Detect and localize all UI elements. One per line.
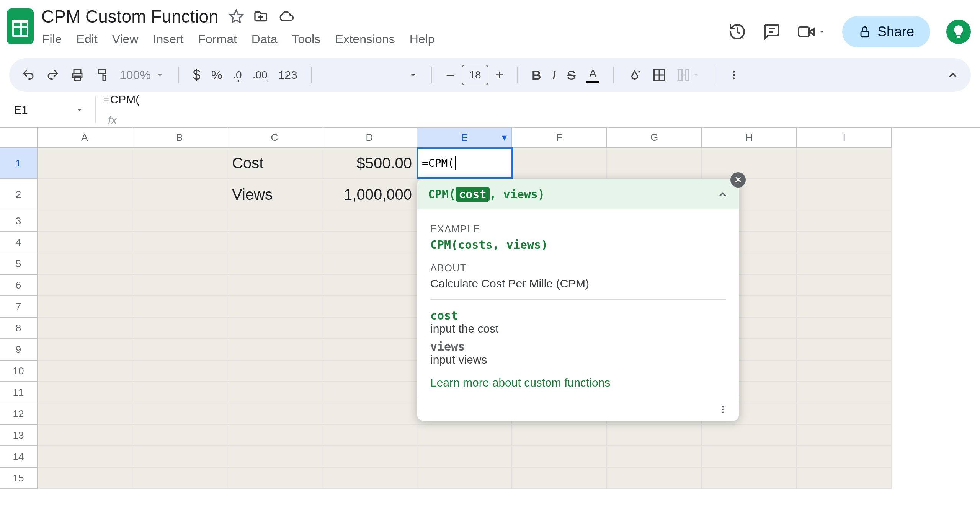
meet-icon[interactable] <box>797 23 826 41</box>
cell-i1[interactable] <box>797 148 892 179</box>
cell-d1[interactable]: $500.00 <box>322 148 417 179</box>
font-size-input[interactable]: 18 <box>462 65 488 85</box>
history-icon[interactable] <box>728 23 746 41</box>
comment-icon[interactable] <box>763 23 781 41</box>
row-header-7[interactable]: 7 <box>0 296 38 318</box>
increase-decimal-button[interactable]: .00→ <box>253 69 268 81</box>
col-header-h[interactable]: H <box>702 128 797 148</box>
cell-a2[interactable] <box>38 179 132 210</box>
account-avatar[interactable] <box>946 20 971 44</box>
undo-icon[interactable] <box>21 68 35 82</box>
move-icon[interactable] <box>253 9 268 24</box>
share-button[interactable]: Share <box>842 16 930 47</box>
cloud-status-icon[interactable] <box>278 8 294 25</box>
paint-format-icon[interactable] <box>95 68 109 82</box>
row-header-8[interactable]: 8 <box>0 318 38 339</box>
italic-button[interactable]: I <box>552 68 556 82</box>
document-title[interactable]: CPM Custom Function <box>41 5 219 28</box>
function-help-tooltip: ✕ CPM(cost, views) EXAMPLE CPM(costs, vi… <box>417 179 739 421</box>
row-header-15[interactable]: 15 <box>0 468 38 489</box>
row-header-9[interactable]: 9 <box>0 339 38 361</box>
more-toolbar-icon[interactable] <box>728 69 740 81</box>
cell-g1[interactable] <box>607 148 702 179</box>
row-header-3[interactable]: 3 <box>0 210 38 232</box>
learn-more-link[interactable]: Learn more about custom functions <box>430 376 726 389</box>
decrease-font-button[interactable]: − <box>446 67 455 84</box>
cell-h1[interactable] <box>702 148 797 179</box>
row-header-5[interactable]: 5 <box>0 253 38 275</box>
menu-insert[interactable]: Insert <box>153 32 183 46</box>
strikethrough-button[interactable]: S <box>567 68 576 83</box>
bold-button[interactable]: B <box>532 68 541 83</box>
row-header-6[interactable]: 6 <box>0 275 38 296</box>
col-header-i[interactable]: I <box>797 128 892 148</box>
menu-file[interactable]: File <box>42 32 62 46</box>
select-all-corner[interactable] <box>0 128 38 148</box>
cell-a1[interactable] <box>38 148 132 179</box>
print-icon[interactable] <box>70 68 84 82</box>
col-header-f[interactable]: F <box>512 128 607 148</box>
row-header-11[interactable]: 11 <box>0 382 38 403</box>
row-header-13[interactable]: 13 <box>0 425 38 446</box>
sheets-logo[interactable] <box>7 8 34 44</box>
increase-font-button[interactable]: + <box>495 67 503 83</box>
row-header-4[interactable]: 4 <box>0 232 38 253</box>
row-header-1[interactable]: 1 <box>0 148 38 179</box>
borders-button[interactable] <box>652 68 666 82</box>
menu-tools[interactable]: Tools <box>292 32 320 46</box>
fill-color-button[interactable] <box>628 68 642 82</box>
col-header-c[interactable]: C <box>227 128 322 148</box>
cell-b1[interactable] <box>132 148 227 179</box>
row-header-14[interactable]: 14 <box>0 446 38 468</box>
collapse-toolbar-icon[interactable] <box>947 69 959 81</box>
active-cell-editor[interactable]: =CPM( <box>416 147 513 179</box>
menu-help[interactable]: Help <box>410 32 435 46</box>
col-header-d[interactable]: D <box>322 128 417 148</box>
collapse-tooltip-icon[interactable] <box>717 189 728 200</box>
zoom-dropdown[interactable]: 100% <box>119 68 165 82</box>
param1-name: cost <box>430 309 726 322</box>
decrease-decimal-button[interactable]: .0← <box>233 69 242 81</box>
cell-b2[interactable] <box>132 179 227 210</box>
col-header-e[interactable]: E▾ <box>417 128 512 148</box>
active-cell-value: =CPM( <box>422 157 454 170</box>
redo-icon[interactable] <box>46 68 60 82</box>
cell-i2[interactable] <box>797 179 892 210</box>
col-header-g[interactable]: G <box>607 128 702 148</box>
row-header-12[interactable]: 12 <box>0 403 38 425</box>
spreadsheet-grid: A B C D E▾ F G H I 1 Cost $500.00 2 View… <box>0 127 980 489</box>
svg-marker-0 <box>230 10 242 22</box>
svg-point-12 <box>733 71 735 73</box>
menu-view[interactable]: View <box>112 32 139 46</box>
row-header-10[interactable]: 10 <box>0 361 38 382</box>
col-header-a[interactable]: A <box>38 128 132 148</box>
merge-button[interactable] <box>677 68 700 82</box>
menu-data[interactable]: Data <box>252 32 278 46</box>
cell-f1[interactable] <box>512 148 607 179</box>
font-dropdown[interactable] <box>326 70 418 80</box>
name-box[interactable]: E1 <box>11 101 87 119</box>
svg-point-17 <box>722 411 724 413</box>
cell-c2[interactable]: Views <box>227 179 322 210</box>
formula-bar[interactable]: =CPM( <box>103 93 139 114</box>
cell-c1[interactable]: Cost <box>227 148 322 179</box>
menu-edit[interactable]: Edit <box>77 32 98 46</box>
cell-d2[interactable]: 1,000,000 <box>322 179 417 210</box>
text-color-button[interactable]: A <box>586 67 599 83</box>
column-headers: A B C D E▾ F G H I <box>0 128 980 148</box>
col-header-b[interactable]: B <box>132 128 227 148</box>
param2-desc: input views <box>430 353 726 366</box>
menu-format[interactable]: Format <box>198 32 237 46</box>
more-formats-button[interactable]: 123 <box>278 69 297 82</box>
param2-name: views <box>430 340 726 353</box>
chevron-down-icon[interactable]: ▾ <box>502 132 507 144</box>
share-label: Share <box>877 24 914 40</box>
svg-point-15 <box>722 406 724 407</box>
percent-format-button[interactable]: % <box>211 68 222 82</box>
star-icon[interactable] <box>229 9 244 24</box>
tooltip-more-icon[interactable] <box>718 405 728 414</box>
menu-extensions[interactable]: Extensions <box>335 32 395 46</box>
currency-format-button[interactable]: $ <box>193 67 201 83</box>
close-icon[interactable]: ✕ <box>730 172 746 188</box>
row-header-2[interactable]: 2 <box>0 179 38 210</box>
